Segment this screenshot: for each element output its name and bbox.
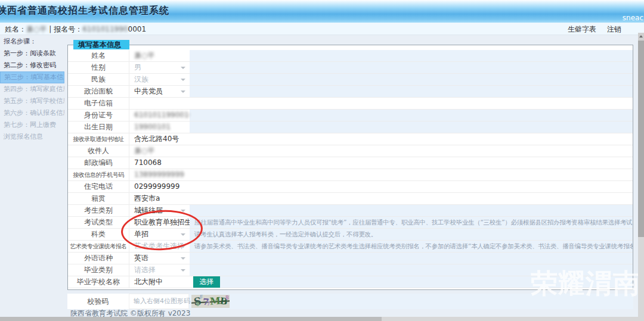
row-filler [190,205,633,216]
field-label: 身份证号 [68,110,129,121]
sidebar-step: 第四步：填写家庭信息 [0,83,64,95]
horizontal-scrollbar-thumb[interactable] [0,317,382,321]
text-field[interactable]: 0299999999 [129,181,633,192]
reg-number-masked: 6101011990 [82,25,128,33]
text-field[interactable]: 610101199001010024 [129,110,190,121]
field-value: 西安市a [129,193,633,204]
text-field[interactable]: 710068 [129,157,633,169]
form-row: 电子信箱 [68,98,633,110]
form-row: 考生类别城镇往届 [68,205,633,217]
select-field: 男 [129,62,190,73]
sidebar-step: 第六步：确认报名信息 [0,107,64,119]
form-row: 外语语种英语 [68,253,633,264]
form-row: 身份证号610101199001010024 [68,110,633,121]
field-label: 姓名 [68,50,129,61]
reg-number-visible: 0001 [128,25,147,33]
field-label: 艺术类专业课统考报名 [68,241,129,252]
select-field[interactable]: 职业教育单独招生 [129,217,190,228]
logout-link[interactable]: 注销 [607,24,621,35]
row-filler [190,74,633,85]
text-field[interactable]: 廉○平 [129,145,633,157]
vertical-scrollbar-thumb[interactable] [638,40,644,237]
captcha-row: 校验码 输入右侧4位图形码 S7MBF57B [67,294,633,309]
row-filler [190,121,633,133]
name-value: 廉○平 [26,25,47,33]
captcha-input[interactable]: 输入右侧4位图形码 [129,294,189,309]
captcha-image[interactable]: S7MBF57B [191,295,230,308]
field-label: 收件人 [68,145,129,157]
field-value: 北大附中 [129,276,190,288]
field-label: 邮政编码 [68,157,129,169]
userbar: 姓名：廉○平 | 报名号：61010119900001 生僻字表 注销 [0,23,644,35]
vertical-scrollbar[interactable] [638,33,644,321]
field-value: 19900101 [129,121,190,133]
field-label: 接收信息的手机号码 [68,169,129,180]
text-field[interactable]: 含光北路40号 [129,133,633,145]
field-label: 考试类型 [68,217,129,228]
chevron-down-icon [181,222,185,224]
captcha-placeholder: 输入右侧4位图形码 [129,294,188,308]
form-row: 接收录取通知书地址含光北路40号 [68,133,633,145]
sidebar-step: 浏览报名信息 [0,131,64,143]
form-row: 艺术类专业课统考报名艺术类考生选择请参加美术类、书法类、播音编导类专业课统考的艺… [68,241,633,253]
text-field[interactable]: 北大附中 [129,276,190,288]
field-label: 住宅电话 [68,181,129,192]
chevron-down-icon [181,67,185,69]
row-filler [190,253,633,264]
rare-characters-link[interactable]: 生僻字表 [568,24,596,35]
form-row: 民族汉族 [68,74,633,86]
field-hint: 请考生认真选择本人报考科类，一经选定并确认提交后，不得更改。 [190,229,633,240]
choose-school-button[interactable]: 选择 [193,276,220,288]
field-label: 科类 [68,229,129,240]
field-value: 610101199001010024 [129,110,190,121]
field-label: 考生类别 [68,205,129,216]
form-row: 出生日期19900101 [68,121,633,133]
name-label: 姓名： [5,25,26,33]
select-field[interactable]: 艺术类考生选择 [129,241,190,252]
select-field[interactable]: 城镇往届 [129,205,190,216]
select-field[interactable]: 英语 [129,253,190,264]
fieldset-legend: 填写基本信息 [73,40,129,49]
form-row: 籍贯西安市a [68,193,633,205]
sidebar-step[interactable]: 第一步：阅读条款 [0,48,64,60]
divider: | [47,25,54,33]
field-value: 0299999999 [129,181,633,192]
row-filler [220,276,633,288]
form-row: 接收信息的手机号码13899999999 [68,169,633,181]
field-value: 廉○平 [129,145,633,157]
chevron-down-icon [181,269,185,272]
text-field[interactable] [129,98,633,109]
text-field[interactable]: 19900101 [129,121,190,133]
select-field[interactable]: 请选择 [129,264,190,276]
app-title: 陕西省普通高校招生考试信息管理系统 [0,5,169,17]
brand-domain: sneac [623,14,643,22]
horizontal-scrollbar[interactable] [0,317,638,321]
form-row: 科类单招请考生认真选择本人报考科类，一经选定并确认提交后，不得更改。 [68,229,633,241]
field-value: 含光北路40号 [129,133,633,145]
field-label: 毕业类别 [68,264,129,276]
field-value: 13899999999 [129,169,633,180]
field-label: 出生日期 [68,121,129,133]
captcha-label: 校验码 [67,294,129,309]
sidebar-step: 第七步：网上缴费 [0,119,64,131]
sidebar-step[interactable]: 第三步：填写基本信息 [0,71,64,83]
text-field[interactable]: 西安市a [129,193,633,204]
row-filler [190,50,633,61]
text-field[interactable]: 13899999999 [129,169,633,180]
chevron-down-icon [181,79,185,81]
form-row: 邮政编码710068 [68,157,633,169]
captcha-noise-char: 5 [196,302,200,307]
captcha-noise-char: B [225,295,229,301]
scroll-up-button[interactable] [638,33,644,40]
form-row: 性别男 [68,62,633,74]
form-row: 考试类型职业教育单独招生应往届普通高中毕业生和高中同等学力人员仅可报“统考”，应… [68,217,633,229]
field-label: 民族 [68,74,129,85]
text-field[interactable]: 廉○平 [129,50,190,61]
sidebar-step[interactable]: 第二步：修改密码 [0,60,64,71]
captcha-row-filler [230,294,633,309]
select-field[interactable]: 中共党员 [129,86,190,97]
select-field[interactable]: 单招 [129,229,190,240]
field-label: 性别 [68,62,129,73]
field-label: 政治面貌 [68,86,129,97]
form-row: 姓名廉○平 [68,50,633,62]
